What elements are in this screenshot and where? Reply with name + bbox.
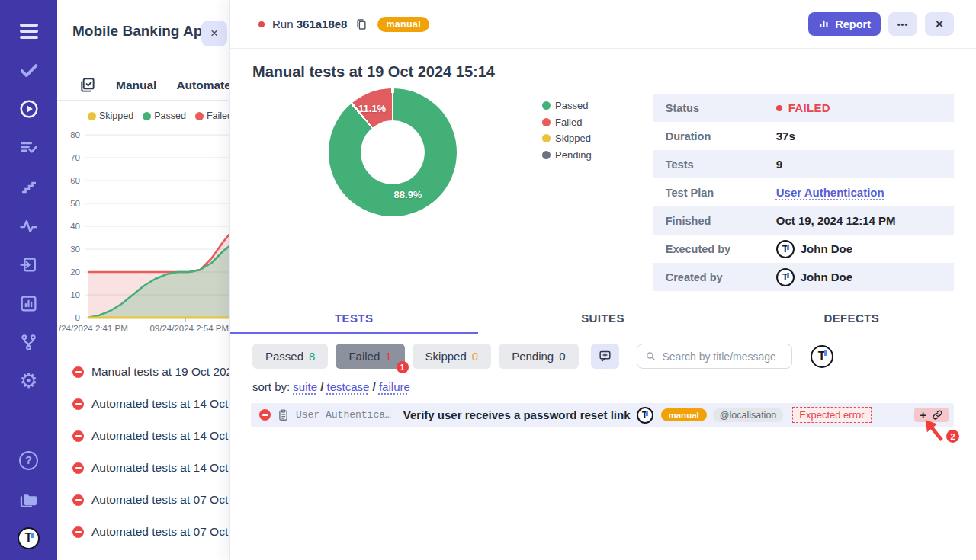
project-panel: Mobile Banking App × Manual Automated Sk… [57, 0, 229, 560]
close-run-button[interactable]: × [925, 12, 954, 36]
legend-passed[interactable]: Passed [542, 98, 592, 114]
bar-chart-icon[interactable] [18, 292, 40, 315]
run-overview: 11.1% 88.9% Passed Failed Skipped Pendin… [230, 88, 976, 291]
detail-row-duration: Duration 37s [653, 122, 954, 150]
run-status-dot [258, 21, 265, 27]
run-list-item[interactable]: Automated tests at 14 Oct 2024 [57, 452, 229, 484]
panel-close-button[interactable]: × [201, 21, 227, 46]
sort-by-failure[interactable]: failure [379, 380, 410, 393]
run-list-item[interactable]: Automated tests at 07 Oct 2024 [57, 516, 229, 548]
run-type-badge: manual [377, 17, 429, 32]
legend-failed[interactable]: Failed [542, 114, 592, 131]
add-icon[interactable]: + [920, 409, 926, 421]
history-x-axis: /24/2024 2:41 PM09/24/2024 2:54 PM [57, 324, 229, 333]
runs-history-chart: 80706050403020100 [57, 126, 229, 322]
failed-filter-badge: 1 [396, 361, 409, 373]
more-button[interactable]: ••• [888, 12, 917, 36]
detail-row-tests: Tests 9 [653, 150, 954, 178]
failed-run-icon [72, 526, 84, 538]
svg-text:20: 20 [70, 267, 80, 277]
run-details-table: Status FAILED Duration 37s Tests 9 Test … [653, 94, 954, 291]
current-user-avatar[interactable]: T [811, 345, 833, 368]
tab-manual[interactable]: Manual [116, 78, 156, 92]
link-icon[interactable] [932, 409, 943, 421]
sign-in-icon[interactable] [18, 253, 40, 276]
folders-icon[interactable] [18, 488, 40, 510]
report-chart-icon [818, 18, 830, 30]
legend-pending[interactable]: Pending [542, 147, 592, 164]
filter-passed-button[interactable]: Passed8 [252, 344, 328, 369]
failed-run-icon [72, 462, 84, 474]
failed-run-icon [72, 430, 84, 442]
failed-run-icon [72, 366, 84, 378]
legend-failed[interactable]: Failed [195, 110, 229, 121]
user-avatar[interactable]: T [18, 526, 40, 549]
sort-by-suite[interactable]: suite [293, 380, 317, 393]
run-list-item[interactable]: Automated tests at 14 Oct 2024 [57, 420, 229, 452]
run-list-item[interactable]: Automated tests at 14 Oct 2024 [57, 388, 229, 420]
checklist-icon[interactable] [79, 76, 96, 94]
activity-icon[interactable] [18, 214, 40, 237]
expected-error-badge[interactable]: Expected error [792, 407, 871, 423]
add-comment-button[interactable] [591, 344, 619, 369]
play-circle-icon[interactable] [18, 98, 40, 120]
clipboard-icon [277, 408, 290, 421]
detail-row-created-by: Created by TJohn Doe [653, 263, 954, 291]
menu-icon[interactable] [18, 20, 40, 43]
svg-text:10: 10 [70, 290, 80, 299]
sort-by-testcase[interactable]: testcase [327, 380, 370, 393]
help-icon[interactable]: ? [18, 449, 40, 472]
legend-skipped[interactable]: Skipped [88, 110, 133, 121]
list-check-icon[interactable] [18, 136, 40, 159]
tab-automated[interactable]: Automated [176, 78, 229, 92]
assignee-avatar: T [637, 407, 653, 424]
copy-run-id-button[interactable] [355, 18, 368, 31]
report-button[interactable]: Report [808, 12, 881, 36]
user-avatar: T [776, 268, 795, 286]
steps-icon[interactable] [18, 175, 40, 198]
skipped-dot [88, 112, 96, 120]
search-icon [645, 350, 657, 363]
gear-icon[interactable]: ⚙ [18, 370, 40, 392]
history-chart-legend: Skipped Passed Failed [57, 110, 229, 121]
failed-run-icon [72, 494, 84, 506]
branch-icon[interactable] [18, 331, 40, 354]
run-detail-panel: Run 361a18e8 manual Report ••• × Manual … [229, 0, 976, 560]
failed-run-icon [72, 398, 84, 410]
test-tag-badge[interactable]: @localisation [713, 408, 784, 422]
donut-failed-label: 11.1% [358, 103, 386, 114]
detail-row-testplan: Test Plan User Authentication [653, 178, 954, 206]
svg-text:60: 60 [70, 176, 80, 185]
check-icon[interactable] [18, 59, 40, 82]
search-input[interactable] [662, 350, 783, 363]
run-id-label: Run 361a18e8 [272, 18, 347, 30]
test-plan-link[interactable]: User Authentication [776, 186, 884, 199]
failed-dot [195, 112, 204, 120]
detail-row-finished: Finished Oct 19, 2024 12:14 PM [653, 206, 954, 235]
sort-row: sort by: suite / testcase / failure [252, 380, 976, 393]
legend-skipped[interactable]: Skipped [542, 130, 592, 147]
search-box [637, 344, 792, 369]
runs-type-tabs: Manual Automated [57, 70, 229, 101]
suite-name[interactable]: User Authentica… [296, 409, 391, 421]
nav-rail: ⚙ ? T [0, 0, 57, 560]
run-header: Run 361a18e8 manual Report ••• × [230, 0, 976, 49]
detail-row-executed-by: Executed by TJohn Doe [653, 235, 954, 263]
test-result-row[interactable]: User Authentica… Verify user receives a … [251, 403, 954, 427]
tab-tests[interactable]: TESTS [230, 306, 478, 334]
legend-passed[interactable]: Passed [143, 110, 186, 121]
failed-test-icon [259, 409, 271, 421]
svg-text:30: 30 [70, 245, 80, 254]
filter-skipped-button[interactable]: Skipped0 [413, 344, 492, 369]
test-type-badge: manual [661, 408, 707, 421]
filter-pending-button[interactable]: Pending0 [499, 344, 578, 369]
filter-failed-button[interactable]: Failed1 1 [336, 344, 404, 369]
run-list-item[interactable]: Automated tests at 07 Oct 2024 [57, 484, 229, 516]
test-title[interactable]: Verify user receives a password reset li… [403, 408, 631, 421]
run-list-item[interactable]: Manual tests at 19 Oct 2024 [57, 356, 229, 388]
results-donut-chart: 11.1% 88.9% [329, 88, 457, 216]
donut-hole [361, 120, 425, 184]
tab-defects[interactable]: DEFECTS [727, 306, 976, 334]
annotation-number-badge: 2 [946, 430, 959, 443]
tab-suites[interactable]: SUITES [478, 306, 727, 334]
